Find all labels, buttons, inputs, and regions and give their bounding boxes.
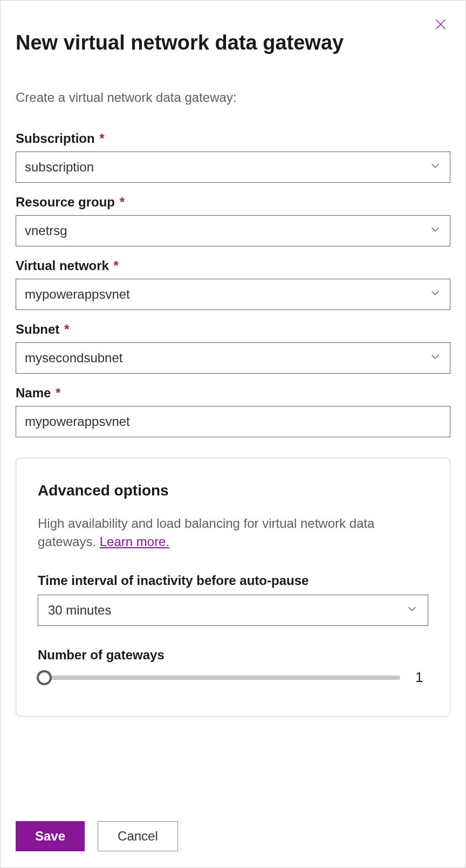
num-gateways-label: Number of gateways — [38, 647, 428, 663]
field-subnet: Subnet * mysecondsubnet — [16, 322, 450, 374]
resource-group-value: vnetrsg — [25, 223, 67, 238]
name-input[interactable]: mypowerappsvnet — [16, 406, 450, 437]
advanced-description-text: High availability and load balancing for… — [38, 516, 374, 549]
subnet-label-text: Subnet — [16, 322, 59, 336]
resource-group-label-text: Resource group — [16, 195, 115, 209]
name-value: mypowerappsvnet — [25, 414, 130, 429]
save-button[interactable]: Save — [16, 821, 85, 851]
time-interval-select[interactable]: 30 minutes — [38, 595, 428, 626]
virtual-network-select[interactable]: mypowerappsvnet — [16, 279, 450, 310]
required-mark: * — [120, 195, 125, 209]
field-virtual-network: Virtual network * mypowerappsvnet — [16, 258, 450, 310]
close-button[interactable] — [431, 16, 450, 35]
chevron-down-icon — [429, 350, 441, 366]
num-gateways-slider-row: 1 — [38, 669, 428, 686]
advanced-options-card: Advanced options High availability and l… — [16, 458, 450, 717]
virtual-network-label: Virtual network * — [16, 258, 450, 273]
subnet-select[interactable]: mysecondsubnet — [16, 342, 450, 374]
name-label: Name * — [16, 385, 450, 401]
name-label-text: Name — [16, 385, 51, 400]
num-gateways-value: 1 — [415, 669, 428, 686]
time-interval-value: 30 minutes — [48, 603, 111, 618]
field-subscription: Subscription * subscription — [16, 131, 450, 183]
panel-title: New virtual network data gateway — [16, 31, 450, 56]
virtual-network-label-text: Virtual network — [16, 258, 109, 273]
time-interval-label: Time interval of inactivity before auto-… — [38, 573, 428, 588]
cancel-button[interactable]: Cancel — [98, 821, 178, 851]
subnet-value: mysecondsubnet — [25, 350, 122, 366]
required-mark: * — [56, 385, 60, 400]
subscription-value: subscription — [25, 160, 94, 175]
subscription-select[interactable]: subscription — [16, 151, 450, 183]
slider-thumb[interactable] — [37, 670, 52, 685]
field-resource-group: Resource group * vnetrsg — [16, 195, 450, 246]
required-mark: * — [114, 258, 119, 273]
chevron-down-icon — [406, 603, 418, 618]
resource-group-label: Resource group * — [16, 195, 450, 210]
footer-actions: Save Cancel — [16, 821, 178, 851]
close-icon — [434, 17, 448, 33]
panel-subtitle: Create a virtual network data gateway: — [16, 90, 450, 105]
subscription-label: Subscription * — [16, 131, 450, 146]
field-name: Name * mypowerappsvnet — [16, 385, 450, 437]
subscription-label-text: Subscription — [16, 131, 95, 146]
required-mark: * — [64, 322, 69, 336]
chevron-down-icon — [429, 160, 441, 175]
virtual-network-value: mypowerappsvnet — [25, 287, 130, 302]
advanced-description: High availability and load balancing for… — [38, 514, 428, 552]
chevron-down-icon — [429, 287, 441, 302]
chevron-down-icon — [429, 223, 441, 238]
subnet-label: Subnet * — [16, 322, 450, 337]
required-mark: * — [99, 131, 104, 146]
num-gateways-slider[interactable] — [38, 676, 400, 680]
advanced-heading: Advanced options — [38, 482, 428, 499]
learn-more-link[interactable]: Learn more. — [100, 534, 169, 549]
resource-group-select[interactable]: vnetrsg — [16, 215, 450, 246]
